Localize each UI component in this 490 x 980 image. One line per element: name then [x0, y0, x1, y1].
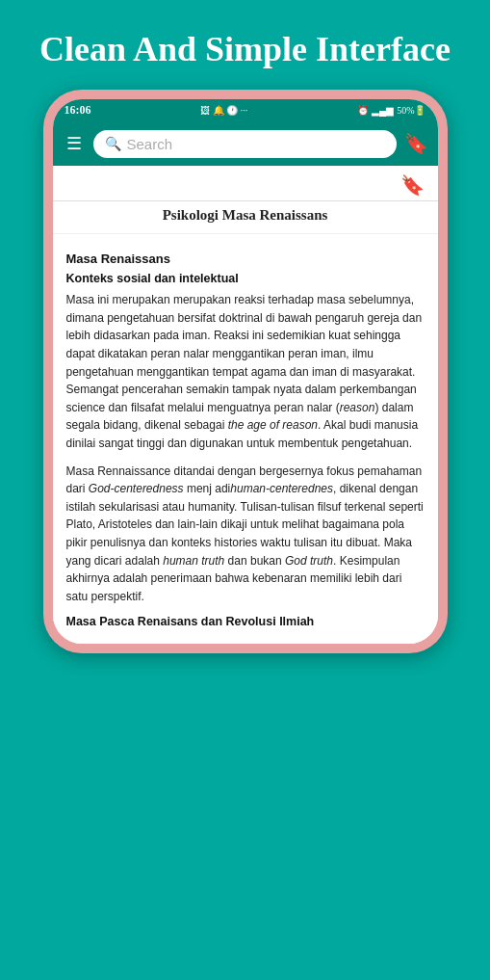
search-input[interactable]: Search [127, 136, 173, 152]
phone-screen: 16:06 🖼 🔔 🕐 ··· ⏰ ▂▄▆ 50%🔋 ☰ 🔍 Search 🔖 … [53, 99, 438, 644]
article-title: Psikologi Masa Renaissans [53, 201, 438, 234]
article-body: Masa Renaissans Konteks sosial dan intel… [53, 234, 438, 644]
paragraph-1: Masa ini merupakan merupakan reaksi terh… [66, 291, 425, 452]
bookmark-nav-icon[interactable]: 🔖 [404, 132, 428, 155]
search-box[interactable]: 🔍 Search [93, 130, 397, 158]
status-icons-left: 🖼 🔔 🕐 ··· [200, 105, 247, 116]
status-icons-right: ⏰ ▂▄▆ 50%🔋 [357, 105, 426, 116]
signal-bars: ▂▄▆ [372, 105, 394, 116]
hamburger-menu-button[interactable]: ☰ [63, 129, 86, 158]
status-time: 16:06 [64, 103, 91, 118]
phone-mockup: 16:06 🖼 🔔 🕐 ··· ⏰ ▂▄▆ 50%🔋 ☰ 🔍 Search 🔖 … [43, 90, 448, 653]
status-bar: 16:06 🖼 🔔 🕐 ··· ⏰ ▂▄▆ 50%🔋 [53, 99, 438, 121]
sub-heading-1: Konteks sosial dan intelektual [66, 272, 425, 285]
content-area: 🔖 Psikologi Masa Renaissans Masa Renaiss… [53, 166, 438, 644]
article-header: 🔖 [53, 166, 438, 201]
bookmark-article-icon[interactable]: 🔖 [400, 173, 425, 197]
nav-bar: ☰ 🔍 Search 🔖 [53, 121, 438, 166]
search-icon: 🔍 [105, 136, 121, 152]
alarm-icon: ⏰ [357, 105, 369, 116]
section-heading-2: Masa Pasca Renaisans dan Revolusi Ilmiah [66, 615, 425, 628]
page-title: Clean And Simple Interface [1, 0, 489, 90]
battery-icon: 50%🔋 [397, 105, 426, 116]
section-heading-1: Masa Renaissans [66, 252, 425, 266]
paragraph-2: Masa Rennaissance ditandai dengan berges… [66, 463, 425, 606]
